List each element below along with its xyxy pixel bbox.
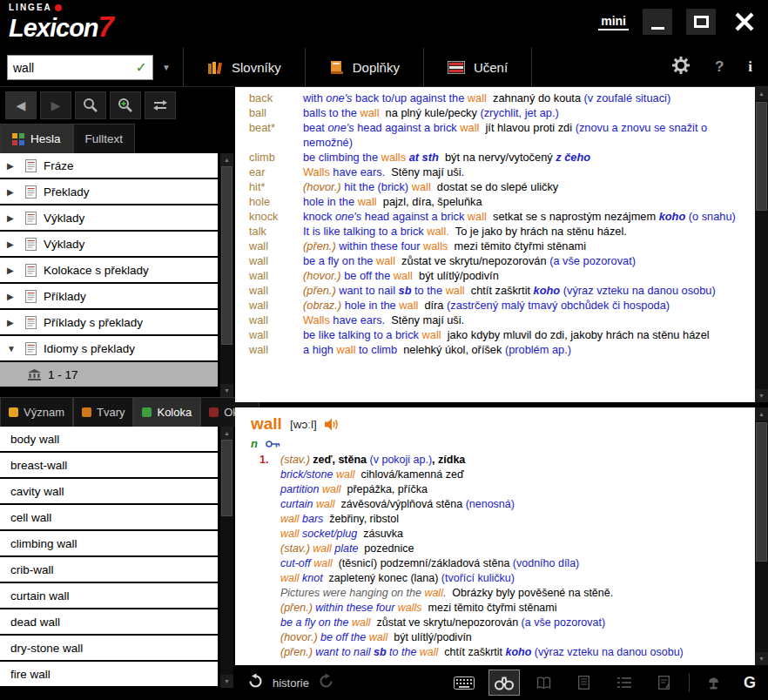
result-range-item[interactable]: 1 - 17 [0,362,218,387]
speaker-icon[interactable] [325,418,340,431]
idiom-entry[interactable]: wall(hovor.) be off the wall být ulítlý/… [249,268,754,283]
scroll-up-button[interactable]: ▲ [220,427,233,440]
close-button[interactable] [730,9,759,35]
idiom-entry[interactable]: wall(obraz.) hole in the wall díra (zast… [249,298,754,313]
back-button[interactable]: ◀ [5,91,37,119]
category-item[interactable]: ▶Kolokace s překlady [0,258,218,282]
expand-icon[interactable]: ▶ [7,161,18,171]
idiom-entry[interactable]: wallbe like talking to a brick wall jako… [249,327,754,342]
google-search-button[interactable]: G [738,674,761,692]
scroll-track[interactable] [755,100,768,389]
maximize-button[interactable] [686,9,716,35]
tab-hesla[interactable]: Hesla [0,124,73,153]
scroll-thumb[interactable] [756,422,767,562]
expand-icon[interactable]: ▶ [7,213,18,223]
idiom-entry[interactable]: talkIt is like talking to a brick wall. … [249,224,754,239]
tab-slovniky[interactable]: Slovníky [183,48,305,86]
entry-scrollbar[interactable]: ▲ ▼ [755,407,768,665]
category-item[interactable]: ▶Příklady [0,284,218,308]
scroll-up-button[interactable]: ▲ [755,87,768,100]
idiom-entry[interactable]: wallbe a fly on the wall zůstat ve skryt… [249,253,754,268]
idiom-entry[interactable]: earWalls have ears. Stěny mají uši. [249,165,754,179]
category-item[interactable]: ▶Překlady [0,179,218,204]
list-view-button[interactable] [609,670,640,696]
tab-koloka[interactable]: Koloka [133,397,200,427]
idiom-entry[interactable]: walla high wall to climb nelehký úkol, o… [249,342,754,357]
idiom-entry[interactable]: wall(přen.) want to nail sb to the wall … [249,283,754,298]
forward-button[interactable]: ▶ [40,91,71,119]
scroll-up-button[interactable]: ▲ [755,407,768,421]
settings-button[interactable] [671,56,691,78]
expand-icon[interactable]: ▶ [7,318,18,327]
minimize-button[interactable] [643,9,672,35]
expand-icon[interactable]: ▶ [7,187,18,197]
scroll-down-button[interactable]: ▼ [755,652,768,665]
tab-fulltext[interactable]: Fulltext [73,124,136,153]
word-list-item[interactable]: body wall [0,427,218,451]
word-list-item[interactable]: climbing wall [0,531,218,555]
word-list-item[interactable]: dry-stone wall [0,636,218,660]
tab-label: Doplňky [353,60,400,75]
scroll-thumb[interactable] [756,102,767,211]
category-item[interactable]: ▶Příklady s překlady [0,310,218,334]
word-list-item[interactable]: breast-wall [0,453,218,477]
scroll-thumb[interactable] [221,440,232,516]
tab-vyznam[interactable]: Význam [0,397,73,427]
idiom-scrollbar[interactable]: ▲ ▼ [755,87,768,402]
word-list-scrollbar[interactable]: ▲ ▼ [220,427,233,688]
idiom-entry[interactable]: hit*(hovor.) hit the (brick) wall dostat… [249,179,754,194]
scroll-track[interactable] [755,421,768,652]
history-back-button[interactable] [247,673,264,693]
collapse-icon[interactable]: ▼ [7,344,18,353]
idiom-entry[interactable]: knockknock one's head against a brick wa… [249,209,754,224]
zoom-out-button[interactable] [75,91,106,119]
text-segment: curtain [280,498,316,510]
info-button[interactable]: i [748,58,752,76]
scroll-down-button[interactable]: ▼ [755,389,768,402]
idiom-entry[interactable]: holehole in the wall pajzl, díra, špeluň… [249,194,754,209]
zoom-in-button[interactable] [110,91,141,119]
keyboard-button[interactable] [448,670,480,696]
word-list-item[interactable]: fire wall [0,662,218,686]
scroll-track[interactable] [220,166,233,384]
idiom-entry[interactable]: climbbe climbing the walls at sth být na… [249,150,754,165]
category-item[interactable]: ▶Fráze [0,153,218,178]
search-input[interactable] [8,61,136,75]
word-list-item[interactable]: cell wall [0,505,218,529]
tab-doplnky[interactable]: Doplňky [305,48,423,86]
page-view-button[interactable] [569,670,600,696]
category-item[interactable]: ▼Idiomy s překlady [0,336,218,360]
category-item[interactable]: ▶Výklady [0,232,218,256]
scroll-down-button[interactable]: ▼ [220,675,233,688]
book-view-button[interactable] [529,670,560,696]
note-view-button[interactable] [649,670,680,696]
word-list-item[interactable]: crib-wall [0,557,218,582]
idiom-entry[interactable]: wall(přen.) within these four walls mezi… [249,239,754,253]
tip-button[interactable] [698,670,730,696]
word-list-item[interactable]: curtain wall [0,583,218,608]
mini-mode-button[interactable]: mini [598,13,629,30]
scroll-track[interactable] [220,440,233,675]
history-forward-button[interactable] [318,673,334,693]
swap-direction-button[interactable] [145,91,176,119]
idiom-entry[interactable]: backwith one's back to/up against the wa… [249,91,754,105]
tab-tvary[interactable]: Tvary [73,397,134,427]
expand-icon[interactable]: ▶ [7,266,18,275]
help-button[interactable]: ? [715,58,724,76]
idiom-entry[interactable]: ballballs to the wall na plný kule/pecky… [249,105,754,120]
word-list-item[interactable]: cavity wall [0,479,218,503]
text-segment: pozednice [358,542,414,555]
idiom-entry[interactable]: beat*beat one's head against a brick wal… [249,120,754,150]
tab-uceni[interactable]: Učení [423,48,532,86]
expand-icon[interactable]: ▶ [7,239,18,249]
scroll-down-button[interactable]: ▼ [220,384,233,397]
expand-icon[interactable]: ▶ [7,292,18,301]
search-dropdown-button[interactable]: ▼ [158,59,175,76]
scroll-up-button[interactable]: ▲ [220,153,233,166]
scroll-thumb[interactable] [221,166,232,345]
word-list-item[interactable]: dead wall [0,609,218,634]
category-item[interactable]: ▶Výklady [0,205,218,230]
idiom-entry[interactable]: wallWalls have ears. Stěny mají uši. [249,313,754,327]
category-scrollbar[interactable]: ▲ ▼ [220,153,233,397]
search-in-entry-button[interactable] [488,670,520,696]
